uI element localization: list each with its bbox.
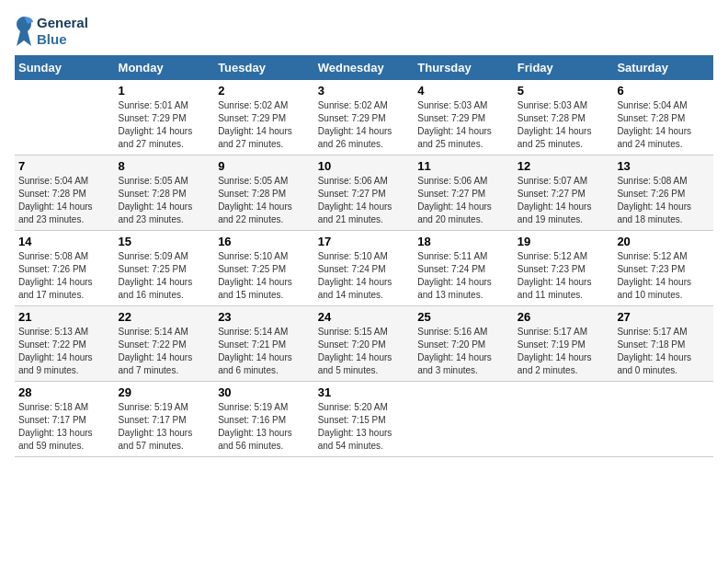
calendar-cell: 11Sunrise: 5:06 AM Sunset: 7:27 PM Dayli… xyxy=(414,155,514,231)
calendar-cell: 6Sunrise: 5:04 AM Sunset: 7:28 PM Daylig… xyxy=(613,80,713,155)
calendar-cell: 28Sunrise: 5:18 AM Sunset: 7:17 PM Dayli… xyxy=(15,382,115,457)
day-info: Sunrise: 5:05 AM Sunset: 7:28 PM Dayligh… xyxy=(119,175,211,226)
column-header-tuesday: Tuesday xyxy=(214,55,314,80)
calendar-cell: 22Sunrise: 5:14 AM Sunset: 7:22 PM Dayli… xyxy=(115,306,215,382)
day-info: Sunrise: 5:16 AM Sunset: 7:20 PM Dayligh… xyxy=(417,326,510,377)
calendar-cell: 2Sunrise: 5:02 AM Sunset: 7:29 PM Daylig… xyxy=(214,80,314,155)
logo-blue: Blue xyxy=(37,31,88,48)
day-number: 25 xyxy=(417,310,510,324)
calendar-cell: 3Sunrise: 5:02 AM Sunset: 7:29 PM Daylig… xyxy=(314,80,415,155)
calendar-cell: 15Sunrise: 5:09 AM Sunset: 7:25 PM Dayli… xyxy=(115,231,215,306)
day-number: 29 xyxy=(119,385,211,399)
calendar-week-3: 14Sunrise: 5:08 AM Sunset: 7:26 PM Dayli… xyxy=(15,231,713,306)
day-number: 21 xyxy=(18,310,111,324)
day-number: 13 xyxy=(617,159,710,173)
calendar-cell: 8Sunrise: 5:05 AM Sunset: 7:28 PM Daylig… xyxy=(115,155,215,231)
logo: General Blue xyxy=(15,15,88,48)
calendar-cell: 18Sunrise: 5:11 AM Sunset: 7:24 PM Dayli… xyxy=(414,231,514,306)
calendar-cell xyxy=(15,80,115,155)
day-number: 24 xyxy=(318,310,411,324)
day-info: Sunrise: 5:15 AM Sunset: 7:20 PM Dayligh… xyxy=(318,326,411,377)
day-info: Sunrise: 5:02 AM Sunset: 7:29 PM Dayligh… xyxy=(318,99,411,151)
calendar-cell: 5Sunrise: 5:03 AM Sunset: 7:28 PM Daylig… xyxy=(514,80,614,155)
day-number: 5 xyxy=(518,84,610,98)
day-number: 7 xyxy=(18,159,111,173)
day-number: 3 xyxy=(318,84,411,98)
calendar-cell: 27Sunrise: 5:17 AM Sunset: 7:18 PM Dayli… xyxy=(613,306,713,382)
day-info: Sunrise: 5:10 AM Sunset: 7:24 PM Dayligh… xyxy=(318,250,411,302)
page-header: General Blue xyxy=(15,15,713,48)
calendar-cell xyxy=(514,382,614,457)
column-header-wednesday: Wednesday xyxy=(314,55,415,80)
calendar-cell: 9Sunrise: 5:05 AM Sunset: 7:28 PM Daylig… xyxy=(214,155,314,231)
calendar-cell: 14Sunrise: 5:08 AM Sunset: 7:26 PM Dayli… xyxy=(15,231,115,306)
day-info: Sunrise: 5:03 AM Sunset: 7:28 PM Dayligh… xyxy=(518,99,610,151)
calendar-cell: 7Sunrise: 5:04 AM Sunset: 7:28 PM Daylig… xyxy=(15,155,115,231)
calendar-week-2: 7Sunrise: 5:04 AM Sunset: 7:28 PM Daylig… xyxy=(15,155,713,231)
day-number: 12 xyxy=(518,159,610,173)
day-number: 17 xyxy=(318,235,411,248)
day-info: Sunrise: 5:14 AM Sunset: 7:22 PM Dayligh… xyxy=(119,326,211,377)
calendar-cell: 23Sunrise: 5:14 AM Sunset: 7:21 PM Dayli… xyxy=(214,306,314,382)
day-number: 1 xyxy=(119,84,211,98)
day-number: 14 xyxy=(18,235,111,248)
day-info: Sunrise: 5:12 AM Sunset: 7:23 PM Dayligh… xyxy=(518,250,610,302)
calendar-cell: 1Sunrise: 5:01 AM Sunset: 7:29 PM Daylig… xyxy=(115,80,215,155)
calendar-table: SundayMondayTuesdayWednesdayThursdayFrid… xyxy=(15,55,713,457)
day-info: Sunrise: 5:02 AM Sunset: 7:29 PM Dayligh… xyxy=(218,99,311,151)
day-info: Sunrise: 5:13 AM Sunset: 7:22 PM Dayligh… xyxy=(18,326,111,377)
calendar-cell xyxy=(414,382,514,457)
day-info: Sunrise: 5:18 AM Sunset: 7:17 PM Dayligh… xyxy=(18,401,111,453)
column-header-thursday: Thursday xyxy=(414,55,514,80)
calendar-cell: 30Sunrise: 5:19 AM Sunset: 7:16 PM Dayli… xyxy=(214,382,314,457)
calendar-cell: 13Sunrise: 5:08 AM Sunset: 7:26 PM Dayli… xyxy=(613,155,713,231)
calendar-week-1: 1Sunrise: 5:01 AM Sunset: 7:29 PM Daylig… xyxy=(15,80,713,155)
day-number: 23 xyxy=(218,310,311,324)
day-info: Sunrise: 5:14 AM Sunset: 7:21 PM Dayligh… xyxy=(218,326,311,377)
day-number: 11 xyxy=(417,159,510,173)
calendar-cell: 19Sunrise: 5:12 AM Sunset: 7:23 PM Dayli… xyxy=(514,231,614,306)
day-number: 18 xyxy=(417,235,510,248)
day-number: 20 xyxy=(617,235,710,248)
day-info: Sunrise: 5:20 AM Sunset: 7:15 PM Dayligh… xyxy=(318,401,411,453)
day-info: Sunrise: 5:06 AM Sunset: 7:27 PM Dayligh… xyxy=(318,175,411,226)
calendar-cell: 29Sunrise: 5:19 AM Sunset: 7:17 PM Dayli… xyxy=(115,382,215,457)
day-info: Sunrise: 5:17 AM Sunset: 7:18 PM Dayligh… xyxy=(617,326,710,377)
calendar-week-5: 28Sunrise: 5:18 AM Sunset: 7:17 PM Dayli… xyxy=(15,382,713,457)
day-info: Sunrise: 5:07 AM Sunset: 7:27 PM Dayligh… xyxy=(518,175,610,226)
column-header-friday: Friday xyxy=(514,55,614,80)
day-number: 26 xyxy=(518,310,610,324)
calendar-cell: 12Sunrise: 5:07 AM Sunset: 7:27 PM Dayli… xyxy=(514,155,614,231)
day-number: 4 xyxy=(417,84,510,98)
day-number: 15 xyxy=(119,235,211,248)
day-info: Sunrise: 5:12 AM Sunset: 7:23 PM Dayligh… xyxy=(617,250,710,302)
calendar-header-row: SundayMondayTuesdayWednesdayThursdayFrid… xyxy=(15,55,713,80)
calendar-cell: 20Sunrise: 5:12 AM Sunset: 7:23 PM Dayli… xyxy=(613,231,713,306)
day-info: Sunrise: 5:05 AM Sunset: 7:28 PM Dayligh… xyxy=(218,175,311,226)
logo-bird-icon xyxy=(15,15,33,48)
day-number: 30 xyxy=(218,385,311,399)
day-number: 31 xyxy=(318,385,411,399)
calendar-cell: 31Sunrise: 5:20 AM Sunset: 7:15 PM Dayli… xyxy=(314,382,415,457)
calendar-cell: 26Sunrise: 5:17 AM Sunset: 7:19 PM Dayli… xyxy=(514,306,614,382)
calendar-week-4: 21Sunrise: 5:13 AM Sunset: 7:22 PM Dayli… xyxy=(15,306,713,382)
day-number: 19 xyxy=(518,235,610,248)
logo-general: General xyxy=(37,15,88,31)
day-info: Sunrise: 5:03 AM Sunset: 7:29 PM Dayligh… xyxy=(417,99,510,151)
day-number: 27 xyxy=(617,310,710,324)
day-info: Sunrise: 5:08 AM Sunset: 7:26 PM Dayligh… xyxy=(18,250,111,302)
column-header-saturday: Saturday xyxy=(613,55,713,80)
calendar-cell: 25Sunrise: 5:16 AM Sunset: 7:20 PM Dayli… xyxy=(414,306,514,382)
day-number: 6 xyxy=(617,84,710,98)
day-number: 2 xyxy=(218,84,311,98)
day-info: Sunrise: 5:19 AM Sunset: 7:17 PM Dayligh… xyxy=(119,401,211,453)
day-number: 22 xyxy=(119,310,211,324)
calendar-cell: 21Sunrise: 5:13 AM Sunset: 7:22 PM Dayli… xyxy=(15,306,115,382)
day-number: 9 xyxy=(218,159,311,173)
day-info: Sunrise: 5:17 AM Sunset: 7:19 PM Dayligh… xyxy=(518,326,610,377)
calendar-cell: 17Sunrise: 5:10 AM Sunset: 7:24 PM Dayli… xyxy=(314,231,415,306)
column-header-monday: Monday xyxy=(115,55,215,80)
day-number: 16 xyxy=(218,235,311,248)
day-info: Sunrise: 5:04 AM Sunset: 7:28 PM Dayligh… xyxy=(18,175,111,226)
day-info: Sunrise: 5:08 AM Sunset: 7:26 PM Dayligh… xyxy=(617,175,710,226)
